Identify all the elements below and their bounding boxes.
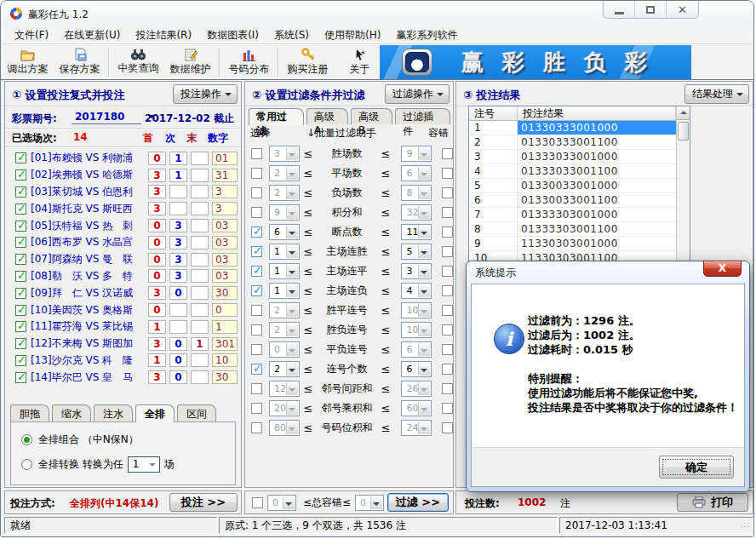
filter-max-select[interactable]: 10: [401, 322, 432, 338]
filter-min-select[interactable]: 1: [269, 244, 300, 260]
filter-tab[interactable]: 高级B: [351, 108, 392, 124]
filter-max-select[interactable]: 6: [401, 361, 432, 377]
menu-item[interactable]: 使用帮助(H): [317, 26, 388, 44]
filter-max-select[interactable]: 6: [401, 165, 432, 181]
radio-selected-icon[interactable]: [21, 434, 32, 445]
menu-item[interactable]: 投注结果(R): [128, 26, 199, 44]
match-checkbox[interactable]: [15, 305, 26, 316]
match-row[interactable]: [12]不来梅 VS 斯图加 3 0 1 301: [5, 335, 241, 353]
bet-mode-tab[interactable]: 胆拖: [10, 404, 49, 421]
filter-enable-checkbox[interactable]: [251, 187, 262, 198]
minimize-button[interactable]: [604, 1, 635, 18]
radio-unselected-icon[interactable]: [21, 459, 32, 470]
filter-min-select[interactable]: 1: [269, 263, 300, 279]
match-row[interactable]: [11]霍芬海 VS 莱比锡 1 1: [5, 318, 241, 335]
filter-ops-dropdown-button[interactable]: 过滤操作: [385, 84, 450, 104]
filter-max-select[interactable]: 26: [401, 381, 432, 397]
filter-tolerance-checkbox[interactable]: [442, 383, 453, 394]
filter-enable-checkbox[interactable]: [251, 226, 262, 238]
save-plan-button[interactable]: 保存方案: [54, 45, 106, 79]
filter-tolerance-checkbox[interactable]: [442, 344, 453, 355]
match-checkbox[interactable]: [15, 254, 26, 265]
match-checkbox[interactable]: [15, 288, 26, 299]
filter-tolerance-checkbox[interactable]: [442, 168, 453, 179]
filter-tab[interactable]: 过滤插件: [395, 108, 450, 124]
filter-min-select[interactable]: 3: [269, 146, 300, 162]
column-bet-number[interactable]: 注号: [469, 106, 518, 120]
number-distribution-button[interactable]: 号码分布: [223, 45, 275, 79]
bet-mode-tab[interactable]: 缩水: [52, 404, 91, 421]
filter-max-select[interactable]: 32: [401, 204, 432, 221]
total-tolerance-checkbox[interactable]: [252, 497, 263, 508]
match-row[interactable]: [05]沃特福 VS 热 刺 0 3 03: [5, 217, 241, 234]
match-checkbox[interactable]: [15, 204, 26, 215]
period-select[interactable]: 2017180: [72, 110, 141, 124]
match-row[interactable]: [10]美因茨 VS 奥格斯 0 0: [5, 301, 241, 318]
bet-mode-tab[interactable]: 注水: [94, 404, 133, 421]
filter-enable-checkbox[interactable]: [251, 207, 262, 218]
filter-enable-checkbox[interactable]: [251, 383, 262, 394]
table-row[interactable]: 6 01330033001100: [469, 193, 676, 208]
close-button[interactable]: ✕: [667, 1, 698, 18]
table-row[interactable]: 1 01330333001000: [469, 121, 676, 135]
match-checkbox[interactable]: [15, 271, 26, 282]
menu-item[interactable]: 系统(S): [266, 26, 317, 44]
column-bet-result[interactable]: 投注结果: [518, 106, 676, 120]
scrollbar-thumb[interactable]: [678, 122, 689, 140]
digits-field[interactable]: 1: [212, 320, 238, 334]
filter-min-select[interactable]: 80: [269, 420, 300, 436]
table-row[interactable]: 9 11330303001000: [469, 237, 676, 251]
filter-min-select[interactable]: 0: [269, 341, 300, 358]
match-checkbox[interactable]: [15, 237, 26, 248]
digits-field[interactable]: 03: [212, 253, 238, 267]
prize-query-button[interactable]: 中奖查询: [112, 45, 164, 79]
filter-max-select[interactable]: 4: [401, 283, 432, 299]
filter-tolerance-checkbox[interactable]: [442, 285, 453, 296]
about-button[interactable]: 关于: [334, 45, 386, 79]
match-row[interactable]: [01]布赖顿 VS 利物浦 0 1 01: [5, 150, 241, 167]
convert-option[interactable]: 全排转换 转换为任 1 场: [21, 456, 175, 473]
filter-tolerance-checkbox[interactable]: [442, 403, 453, 414]
digits-field[interactable]: 0: [212, 303, 238, 317]
filter-min-select[interactable]: 12: [269, 381, 300, 397]
filter-tolerance-checkbox[interactable]: [442, 226, 453, 238]
match-row[interactable]: [06]西布罗 VS 水晶宫 0 3 03: [5, 234, 241, 251]
table-row[interactable]: 4 01333033001100: [469, 164, 676, 179]
bet-mode-tab[interactable]: 全排: [135, 404, 175, 422]
data-maintain-button[interactable]: 数据维护: [164, 45, 216, 79]
filter-enable-checkbox[interactable]: [251, 246, 262, 257]
digits-field[interactable]: 30: [212, 286, 238, 300]
match-checkbox[interactable]: [15, 338, 26, 349]
filter-tolerance-checkbox[interactable]: [442, 324, 453, 335]
menu-item[interactable]: 数据图表(I): [199, 26, 266, 44]
print-button[interactable]: 打印: [677, 493, 748, 512]
filter-tab[interactable]: 高级A: [306, 108, 348, 124]
match-checkbox[interactable]: [15, 152, 26, 163]
filter-min-select[interactable]: 6: [269, 224, 300, 240]
filter-min-select[interactable]: 2: [269, 185, 300, 201]
digits-field[interactable]: 01: [212, 152, 238, 165]
filter-enable-checkbox[interactable]: [251, 266, 262, 277]
match-row[interactable]: [04]斯托克 VS 斯旺西 3 3: [5, 200, 241, 217]
match-row[interactable]: [03]莱切城 VS 伯恩利 3 3: [5, 184, 241, 201]
tolerance-min-select[interactable]: 0: [267, 495, 296, 511]
filter-enable-checkbox[interactable]: [251, 364, 262, 375]
filter-enable-checkbox[interactable]: [251, 344, 262, 355]
bet-ops-dropdown-button[interactable]: 投注操作: [173, 84, 238, 104]
filter-max-select[interactable]: 60: [401, 400, 432, 416]
ok-button[interactable]: 确定: [659, 456, 734, 479]
match-row[interactable]: [02]埃弗顿 VS 哈德斯 3 1 31: [5, 167, 241, 184]
filter-enable-checkbox[interactable]: [251, 148, 262, 159]
filter-min-select[interactable]: 2: [269, 322, 300, 338]
match-checkbox[interactable]: [15, 321, 26, 332]
filter-min-select[interactable]: 9: [269, 204, 300, 221]
match-checkbox[interactable]: [15, 186, 26, 198]
match-row[interactable]: [09]拜 仁 VS 汉诺威 3 0 30: [5, 284, 241, 301]
batch-helper-label[interactable]: ↓批量过滤助手: [306, 126, 376, 140]
filter-min-select[interactable]: 2: [269, 302, 300, 318]
result-ops-dropdown-button[interactable]: 结果处理: [684, 84, 749, 104]
menu-item[interactable]: 文件(F): [7, 26, 56, 44]
filter-tolerance-checkbox[interactable]: [442, 187, 453, 198]
filter-tolerance-checkbox[interactable]: [442, 266, 453, 277]
open-plan-button[interactable]: 调出方案: [2, 45, 54, 79]
